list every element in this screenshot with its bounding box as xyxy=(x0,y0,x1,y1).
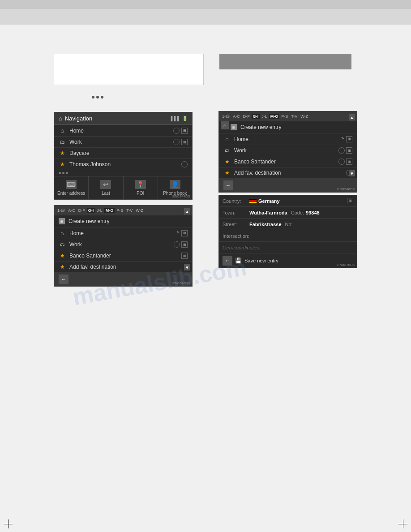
fav-home-tr[interactable]: ⌂ Home ✎ ⊞ xyxy=(219,133,357,145)
work-map-sq-tr: ⊞ xyxy=(348,149,351,153)
nav-panel-title: Navigation xyxy=(65,115,92,122)
fav-work-icon-bl: 🗂 xyxy=(59,242,66,247)
alpha-tab-tr-df[interactable]: D-F xyxy=(242,114,251,119)
nav-panel-header: ⌂ Navigation ▌▌▌ 🔋 xyxy=(54,112,192,125)
corner-mark-bl xyxy=(4,519,13,528)
alpha-tab-tr-wz[interactable]: W-Z xyxy=(299,114,309,119)
addr-geo-row[interactable]: Geo-coordinates. xyxy=(219,242,357,253)
three-dot-button[interactable] xyxy=(92,93,105,101)
germany-flag-icon xyxy=(249,199,257,203)
addr-save-row[interactable]: ← 💾 Save new entry xyxy=(219,253,357,268)
create-new-entry-row-tr[interactable]: ≡ Create new entry ▲ xyxy=(219,121,357,133)
home-map-btn[interactable]: ⊞ xyxy=(181,128,188,134)
addr-code-label: Code: xyxy=(291,210,304,215)
johnson-circle-btn[interactable] xyxy=(181,161,188,167)
home-map-sq: ⊞ xyxy=(183,231,186,235)
fav-work-actions-bl: ⊞ xyxy=(174,241,188,248)
nav-panel-screen-id: EN0244DS xyxy=(172,194,190,198)
nav-work-label: Work xyxy=(69,139,170,145)
work-circle-btn[interactable] xyxy=(173,139,180,145)
alpha-tab-tr-1at[interactable]: 1-@ xyxy=(221,114,231,119)
nav-johnson-actions xyxy=(181,161,188,167)
fav-work-map-tr[interactable]: ⊞ xyxy=(346,147,352,154)
home-icon: ⌂ xyxy=(59,127,66,134)
fav-home-map-bl[interactable]: ⊞ xyxy=(181,230,188,236)
fav-home-map-tr[interactable]: ⊞ xyxy=(346,136,352,142)
fav-work-circle-tr[interactable] xyxy=(338,147,345,154)
addr-geo-placeholder: Geo-coordinates. xyxy=(223,245,260,250)
nav-daycare-label: Daycare xyxy=(69,150,184,156)
fav-home-edit-tr[interactable]: ✎ xyxy=(341,136,345,142)
back-row-tr: ← xyxy=(219,179,357,192)
fav-banco-bl[interactable]: ★ Banco Santander ⊞ xyxy=(54,250,192,262)
nav-item-home[interactable]: ⌂ Home ⊞ xyxy=(54,125,192,137)
scroll-down-tr[interactable]: ▼ xyxy=(349,170,355,176)
corner-mark-br xyxy=(398,519,407,528)
addr-intersection-row[interactable]: Intersection: xyxy=(219,230,357,242)
scroll-up-bl[interactable]: ▲ xyxy=(184,208,190,215)
enter-address-label: Enter address xyxy=(57,191,85,196)
back-icon-tr[interactable]: ⌂ xyxy=(221,121,229,129)
alpha-tab-gi[interactable]: G-I xyxy=(87,208,95,213)
scroll-down-bl[interactable]: ▼ xyxy=(184,264,190,270)
fav-banco-map-bl[interactable]: ⊞ xyxy=(181,253,188,259)
addr-back-btn[interactable]: ← xyxy=(223,256,232,266)
alpha-tab-mo[interactable]: M-O xyxy=(104,208,115,213)
back-btn-bl[interactable]: ← xyxy=(59,275,68,284)
work-map-btn[interactable]: ⊞ xyxy=(181,139,188,145)
fav-work-icon-tr: 🗂 xyxy=(223,148,231,153)
create-new-entry-label-tr: Create new entry xyxy=(240,124,281,130)
fav-work-tr[interactable]: 🗂 Work ⊞ xyxy=(219,145,357,156)
alpha-tab-ac[interactable]: A-C xyxy=(67,208,77,213)
back-btn-tr[interactable]: ← xyxy=(223,180,233,190)
alpha-tab-1at[interactable]: 1-@ xyxy=(56,208,66,213)
fav-banco-actions-tr: ⊞ xyxy=(338,159,352,165)
fav-add-dest-tr[interactable]: ★ Add fav. destination ▼ xyxy=(219,167,357,179)
fav-work-bl[interactable]: 🗂 Work ⊞ xyxy=(54,239,192,250)
fav-home-edit-bl[interactable]: ✎ xyxy=(176,230,180,236)
nav-work-actions: ⊞ xyxy=(173,139,188,145)
alpha-tab-tr-ps[interactable]: P-S xyxy=(280,114,289,119)
fav-banco-circle-tr[interactable] xyxy=(338,159,345,165)
alpha-tab-tr-jl[interactable]: J-L xyxy=(260,114,269,119)
addr-street-value: Fabrikstrasse xyxy=(249,222,282,227)
alpha-tab-ps[interactable]: P-S xyxy=(115,208,124,213)
fav-work-circle-bl[interactable] xyxy=(174,241,180,248)
addr-street-label: Street: xyxy=(223,222,249,227)
right-header xyxy=(219,54,351,69)
nav-item-work[interactable]: 🗂 Work ⊞ xyxy=(54,137,192,148)
nav-item-johnson[interactable]: ★ Thomas Johnson xyxy=(54,159,192,170)
alpha-tab-wz[interactable]: W-Z xyxy=(134,208,145,213)
scroll-up-tr[interactable]: ▲ xyxy=(349,114,355,120)
alpha-tab-tr-mo[interactable]: M-O xyxy=(269,114,280,119)
fav-home-actions-bl: ✎ ⊞ xyxy=(176,230,188,236)
alpha-tab-jl[interactable]: J-L xyxy=(95,208,104,213)
more-dot3 xyxy=(66,172,68,174)
addr-town-row[interactable]: Town: Wutha-Farnroda Code: 99848 xyxy=(219,207,357,219)
alpha-tab-tr-gi[interactable]: G-I xyxy=(252,114,260,119)
fav-banco-map-tr[interactable]: ⊞ xyxy=(346,159,352,165)
fav-add-dest-bl[interactable]: ★ Add fav. destination ▼ xyxy=(54,262,192,273)
country-map-btn[interactable]: ⊞ xyxy=(347,198,353,204)
addr-country-row[interactable]: Country: Germany ⊞ xyxy=(219,195,357,207)
addr-street-row[interactable]: Street: Fabrikstrasse No: xyxy=(219,219,357,230)
create-new-entry-row-bl[interactable]: ≡ Create new entry ▲ xyxy=(54,215,192,227)
banco-map-sq: ⊞ xyxy=(183,254,186,258)
enter-address-btn[interactable]: ⌨ Enter address xyxy=(54,176,89,199)
fav-work-map-bl[interactable]: ⊞ xyxy=(181,241,188,248)
battery-icon: 🔋 xyxy=(182,116,188,121)
fav-banco-tr[interactable]: ★ Banco Santander ⊞ xyxy=(219,156,357,167)
home-circle-btn[interactable] xyxy=(173,128,180,134)
alpha-tab-tv[interactable]: T-V xyxy=(125,208,134,213)
fav-home-bl[interactable]: ⌂ Home ✎ ⊞ xyxy=(54,227,192,239)
fav-home-label-tr: Home xyxy=(234,136,338,142)
nav-item-daycare[interactable]: ★ Daycare xyxy=(54,148,192,159)
alpha-tab-tr-ac[interactable]: A-C xyxy=(231,114,241,119)
poi-btn[interactable]: 📍 POI xyxy=(124,176,158,199)
last-btn[interactable]: ↩ Last xyxy=(89,176,123,199)
fav-banco-label-tr: Banco Santander xyxy=(234,159,335,165)
alpha-tab-tr-tv[interactable]: T-V xyxy=(290,114,299,119)
addr-town-label: Town: xyxy=(223,210,249,215)
more-dots-row xyxy=(54,170,192,176)
alpha-tab-df[interactable]: D-F xyxy=(77,208,86,213)
